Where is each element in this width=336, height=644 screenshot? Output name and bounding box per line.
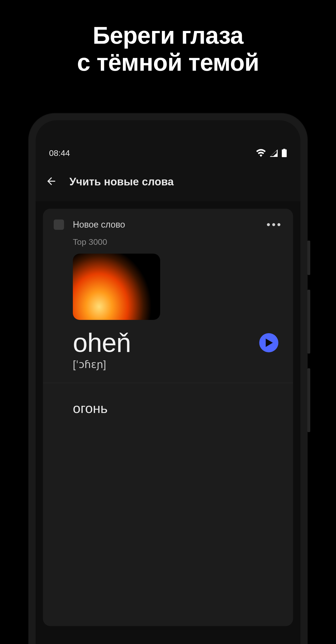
card-ipa: [ˈɔɦɛɲ] [43, 358, 293, 383]
signal-icon [269, 149, 278, 157]
phone-screen: 08:44 Учить новые слова Новое слово ••• [35, 120, 301, 644]
word-row: oheň [43, 320, 293, 358]
back-button[interactable] [45, 175, 57, 188]
play-audio-button[interactable] [259, 333, 278, 352]
phone-side-button [307, 290, 310, 354]
status-bar: 08:44 [35, 144, 301, 162]
word-card: Новое слово ••• Top 3000 oheň [ˈɔɦɛɲ] [43, 209, 293, 626]
page-title: Учить новые слова [69, 176, 174, 188]
promo-line-1: Береги глаза [93, 22, 243, 49]
wifi-icon [256, 149, 266, 157]
phone-side-button [307, 368, 310, 432]
phone-side-button [307, 240, 310, 275]
content-area: Новое слово ••• Top 3000 oheň [ˈɔɦɛɲ] [35, 201, 301, 644]
promo-line-2: с тёмной темой [77, 49, 259, 76]
promo-headline: Береги глаза с тёмной темой [0, 0, 336, 76]
arrow-left-icon [45, 175, 57, 187]
play-icon [266, 338, 273, 347]
battery-icon [282, 149, 287, 157]
card-header: Новое слово ••• [43, 209, 293, 230]
status-icons [256, 149, 287, 157]
word-checkbox[interactable] [54, 220, 64, 230]
card-chip: Новое слово [73, 220, 125, 230]
card-image[interactable] [73, 254, 160, 320]
card-translation: огонь [43, 383, 293, 416]
card-category: Top 3000 [43, 230, 293, 247]
more-icon: ••• [267, 218, 282, 230]
card-word: oheň [73, 327, 131, 358]
status-time: 08:44 [49, 148, 70, 158]
card-image-wrap [43, 247, 293, 320]
app-bar: Учить новые слова [35, 167, 301, 196]
phone-frame: 08:44 Учить новые слова Новое слово ••• [28, 113, 308, 644]
